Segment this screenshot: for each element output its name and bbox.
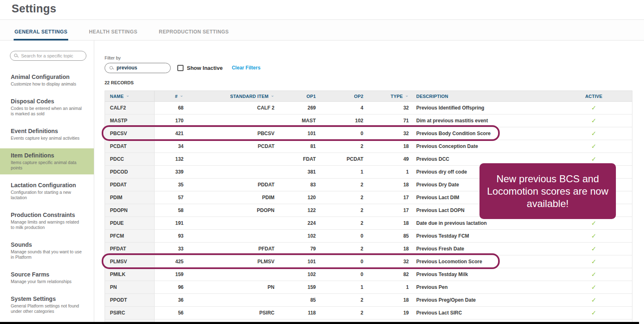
cell-name: PDUE [105, 217, 155, 229]
sidebar-item-production-constraints[interactable]: Production Constraints Manage limits and… [0, 208, 94, 234]
cell-standard-item: CALF 2 [184, 105, 274, 111]
tab-health-settings[interactable]: HEALTH SETTINGS [88, 29, 138, 40]
cell-type: 1 [363, 284, 409, 290]
table-row[interactable]: PFCM 93 102 0 85 Previous Testday FCM ✓ [105, 230, 632, 243]
cell-name: PSIRC [105, 307, 155, 319]
column-header-active: ACTIVE [556, 94, 632, 99]
column-header-op2: OP2 [316, 94, 363, 99]
cell-type: 49 [363, 156, 409, 162]
cell-name: PDCC [105, 153, 155, 165]
table-row[interactable]: PSIRC 56 PSIRC 118 2 19 Previous Lact SI… [105, 307, 632, 319]
sidebar-item-title: Sounds [11, 241, 86, 248]
cell-name: PFCM [105, 230, 155, 242]
cell-name: PLMSV [105, 255, 155, 268]
cell-op2: 2 [316, 220, 363, 226]
column-label: TYPE [391, 94, 403, 99]
table-row[interactable]: PN 96 PN 159 1 1 Previous Pen ✓ [105, 281, 632, 294]
cell-name: PPODT [105, 294, 155, 306]
sidebar-item-subtitle: Manage your farm relationships [11, 279, 82, 284]
sidebar-item-title: Animal Configuration [11, 74, 86, 80]
cell-number: 425 [155, 259, 184, 264]
active-check-icon: ✓ [556, 284, 632, 291]
cell-op2: 4 [316, 105, 363, 111]
cell-standard-item: PDDAT [184, 182, 274, 188]
sort-chevron-icon[interactable]: ⌄ [405, 93, 409, 98]
table-row[interactable]: PBCSV 421 PBCSV 101 0 32 Previous Body C… [105, 127, 632, 140]
cell-op2: 1 [316, 169, 363, 175]
cell-standard-item: PDOPN [184, 207, 274, 213]
table-row[interactable]: PCDAT 34 PCDAT 81 2 18 Previous Concepti… [105, 140, 632, 153]
cell-name: PN [105, 281, 155, 293]
cell-op2: 0 [316, 233, 363, 239]
sidebar-item-event-definitions[interactable]: Event Definitions Events capture key ani… [0, 124, 94, 145]
bottom-bar [0, 322, 639, 324]
cell-description: Previous Testday FCM [409, 233, 556, 239]
cell-number: 58 [155, 207, 184, 213]
cell-op1: 118 [274, 310, 316, 316]
sidebar-item-title: System Settings [11, 295, 86, 302]
column-header-type[interactable]: TYPE ⌄ [363, 93, 409, 99]
table-row[interactable]: MASTP 170 MAST 102 71 Dim at previous ma… [105, 114, 632, 127]
sidebar-item-disposal-codes[interactable]: Disposal Codes Codes to be entered when … [0, 94, 94, 120]
table-row[interactable]: PPODT 36 85 2 18 Previous Preg/Open Date… [105, 294, 632, 307]
table-row[interactable]: PLMSV 425 PLMSV 101 0 32 Previous Locomo… [105, 255, 632, 268]
show-inactive-label: Show Inactive [187, 65, 223, 71]
column-header-number[interactable]: # ⌄ [155, 93, 184, 99]
cell-number: 35 [155, 182, 184, 188]
cell-type: 18 [363, 143, 409, 149]
cell-op1: FDAT [274, 156, 316, 162]
cell-op2: 0 [316, 272, 363, 277]
sidebar-item-system-settings[interactable]: System Settings General Platform setting… [0, 292, 94, 318]
sort-chevron-icon[interactable]: ⌄ [180, 93, 184, 98]
cell-name: PDDAT [105, 179, 155, 191]
table-row[interactable]: PFDAT 33 PFDAT 79 2 18 Previous Fresh Da… [105, 243, 632, 255]
column-label: # [175, 94, 177, 99]
clear-filters-link[interactable]: Clear Filters [232, 65, 260, 71]
cell-op2: 2 [316, 143, 363, 149]
cell-standard-item: PSIRC [184, 310, 274, 316]
sidebar-item-lactation-configuration[interactable]: Lactation Configuration Configuration fo… [0, 178, 94, 204]
sidebar-item-item-definitions[interactable]: Item Definitions Items capture specific … [0, 148, 94, 174]
sort-chevron-icon[interactable]: ⌄ [126, 93, 129, 98]
tab-reproduction-settings[interactable]: REPRODUCTION SETTINGS [158, 29, 229, 40]
sidebar-search-input[interactable] [10, 51, 86, 61]
show-inactive-toggle[interactable]: Show Inactive [177, 65, 223, 71]
active-check-icon: ✓ [556, 245, 632, 253]
filter-search-input[interactable] [105, 63, 171, 73]
sidebar-item-subtitle: Configuration for starting a new lactati… [11, 190, 82, 200]
sidebar-item-animal-configuration[interactable]: Animal Configuration Customize how to di… [0, 70, 94, 91]
sidebar-item-title: Production Constraints [11, 212, 86, 218]
table-row[interactable]: PMILK 159 102 0 82 Previous Testday Milk… [105, 268, 632, 281]
cell-description: Previous Conception Date [409, 143, 556, 149]
column-header-name[interactable]: NAME ⌄ [105, 91, 155, 101]
cell-number: 339 [155, 169, 184, 175]
cell-name: PDCOD [105, 166, 155, 178]
cell-standard-item: PBCSV [184, 131, 274, 136]
cell-op1: 79 [274, 246, 316, 252]
cell-op1: 159 [274, 284, 316, 290]
search-icon [14, 54, 17, 57]
sidebar-item-source-farms[interactable]: Source Farms Manage your farm relationsh… [0, 267, 94, 288]
cell-op1: 120 [274, 195, 316, 200]
cell-type: 1 [363, 169, 409, 175]
column-header-description: DESCRIPTION [409, 94, 556, 99]
tab-general-settings[interactable]: GENERAL SETTINGS [14, 29, 68, 40]
cell-description: Dim at previous mastitis event [409, 118, 556, 124]
cell-number: 57 [155, 195, 184, 200]
sidebar-item-subtitle: Manage sounds that you want to use in Pl… [11, 249, 82, 260]
sidebar-item-sounds[interactable]: Sounds Manage sounds that you want to us… [0, 238, 94, 264]
cell-number: 93 [155, 233, 184, 239]
cell-op1: MAST [274, 118, 316, 124]
cell-number: 36 [155, 297, 184, 303]
active-check-icon: ✓ [556, 130, 632, 137]
cell-name: MASTP [105, 114, 155, 127]
cell-name: PFDAT [105, 243, 155, 255]
table-row[interactable]: CALF2 68 CALF 2 269 4 32 Previous Identi… [105, 102, 632, 114]
sort-chevron-icon[interactable]: ⌄ [271, 93, 274, 98]
announcement-callout: New previous BCS and Locomotion scores a… [479, 163, 616, 219]
column-header-standard-item[interactable]: STANDARD ITEM ⌄ [184, 93, 274, 99]
show-inactive-checkbox[interactable] [177, 65, 184, 71]
cell-type: 82 [363, 272, 409, 277]
page-title: Settings [12, 2, 644, 15]
cell-description: Previous Testday Milk [409, 272, 556, 277]
